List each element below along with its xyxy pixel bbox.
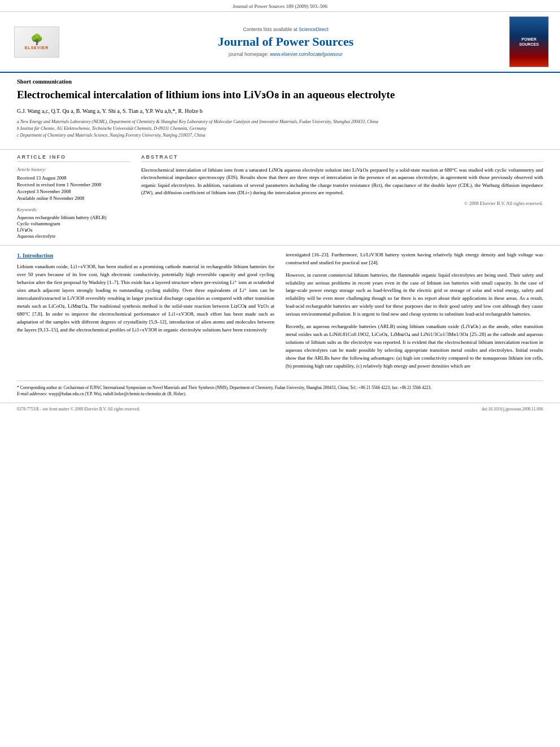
cover-title: POWER SOURCES (512, 37, 546, 47)
sciencedirect-line: Contents lists available at ScienceDirec… (68, 27, 504, 32)
article-info-column: ARTICLE INFO Article history: Received 1… (17, 154, 130, 239)
top-header: Journal of Power Sources 189 (2009) 503–… (0, 0, 560, 12)
body-paragraph-3: However, in current commercial lithium b… (286, 272, 543, 319)
email-values: wuyp@fudan.edu.cn (Y.P. Wu), rudolf.holz… (49, 391, 186, 396)
affiliations: a New Energy and Materials Laboratory (N… (17, 119, 543, 139)
sciencedirect-link[interactable]: ScienceDirect (299, 27, 328, 32)
authors-line: G.J. Wang a,c, Q.T. Qu a, B. Wang a, Y. … (17, 108, 543, 114)
keyword-3: LiV₃O₈ (17, 227, 130, 233)
footer-doi: doi:10.1016/j.jpowsour.2008.11.006 (482, 407, 543, 412)
authors-text: G.J. Wang a,c, Q.T. Qu a, B. Wang a, Y. … (17, 108, 203, 114)
history-label: Article history: (17, 167, 130, 172)
keywords-section: Keywords: Aqueous rechargeable lithium b… (17, 207, 130, 239)
article-info-abstract-section: ARTICLE INFO Article history: Received 1… (0, 150, 560, 246)
two-col-body: 1. Introduction Lithium vanadium oxide, … (17, 251, 543, 375)
copyright-line: © 2008 Elsevier B.V. All rights reserved… (141, 200, 543, 206)
article-info-heading: ARTICLE INFO (17, 154, 130, 162)
elsevier-tree-icon: 🌳 (30, 34, 43, 45)
body-paragraph-1: Lithium vanadium oxide, Li1+xV3O8, has b… (17, 263, 274, 334)
elsevier-logo-box: 🌳 ELSEVIER (14, 27, 59, 58)
affiliation-a: a New Energy and Materials Laboratory (N… (17, 119, 543, 125)
abstract-heading: ABSTRACT (141, 154, 543, 162)
article-header-section: Short communication Electrochemical inte… (0, 73, 560, 150)
corresponding-author-note: * Corresponding author at: Cochairman of… (17, 385, 543, 391)
page-wrapper: Journal of Power Sources 189 (2009) 503–… (0, 0, 560, 747)
keyword-1: Aqueous rechargeable lithium battery (AR… (17, 215, 130, 220)
footer: 0378-7753/$ – see front matter © 2008 El… (0, 403, 560, 415)
journal-homepage-line: journal homepage: www.elsevier.com/locat… (68, 51, 504, 57)
article-title: Electrochemical intercalation of lithium… (17, 88, 543, 102)
footer-issn: 0378-7753/$ – see front matter © 2008 El… (17, 407, 140, 412)
homepage-link[interactable]: www.elsevier.com/locate/jpowsour (270, 51, 343, 57)
footnote-area: * Corresponding author at: Cochairman of… (17, 381, 543, 397)
elsevier-logo: 🌳 ELSEVIER (11, 27, 62, 58)
elsevier-text: ELSEVIER (25, 46, 49, 50)
abstract-text: Electrochemical intercalation of lithium… (141, 167, 543, 197)
journal-cover-image: POWER SOURCES (509, 16, 549, 67)
available-date: Available online 8 November 2008 (17, 195, 130, 201)
journal-reference: Journal of Power Sources 189 (2009) 503–… (233, 3, 327, 9)
journal-banner: 🌳 ELSEVIER Contents lists available at S… (0, 12, 560, 73)
keywords-label: Keywords: (17, 207, 130, 212)
email-addresses: E-mail addresses: wuyp@fudan.edu.cn (Y.P… (17, 391, 543, 397)
body-left-column: 1. Introduction Lithium vanadium oxide, … (17, 251, 274, 375)
body-right-column: investigated [16–23]. Furthermore, Li/Li… (286, 251, 543, 375)
accepted-date: Accepted 3 November 2008 (17, 189, 130, 194)
section1-title: 1. Introduction (17, 251, 274, 260)
article-type: Short communication (17, 78, 543, 85)
journal-center: Contents lists available at ScienceDirec… (62, 27, 509, 57)
received-date: Received 13 August 2008 (17, 175, 130, 181)
keyword-2: Cyclic voltammogram (17, 221, 130, 226)
keyword-4: Aqueous electrolyte (17, 233, 130, 239)
body-content: 1. Introduction Lithium vanadium oxide, … (0, 246, 560, 403)
body-paragraph-4: Recently, an aqueous rechargeable batter… (286, 323, 543, 370)
affiliation-b: b Institut für Chemie, AG Elektrochemie,… (17, 125, 543, 132)
journal-title-banner: Journal of Power Sources (68, 34, 504, 49)
affiliation-c: c Department of Chemistry and Materials … (17, 132, 543, 139)
email-label: E-mail addresses: (17, 391, 47, 396)
body-paragraph-2: investigated [16–23]. Furthermore, Li/Li… (286, 251, 543, 267)
received-revised-date: Received in revised form 1 November 2008 (17, 182, 130, 187)
abstract-column: ABSTRACT Electrochemical intercalation o… (141, 154, 543, 239)
